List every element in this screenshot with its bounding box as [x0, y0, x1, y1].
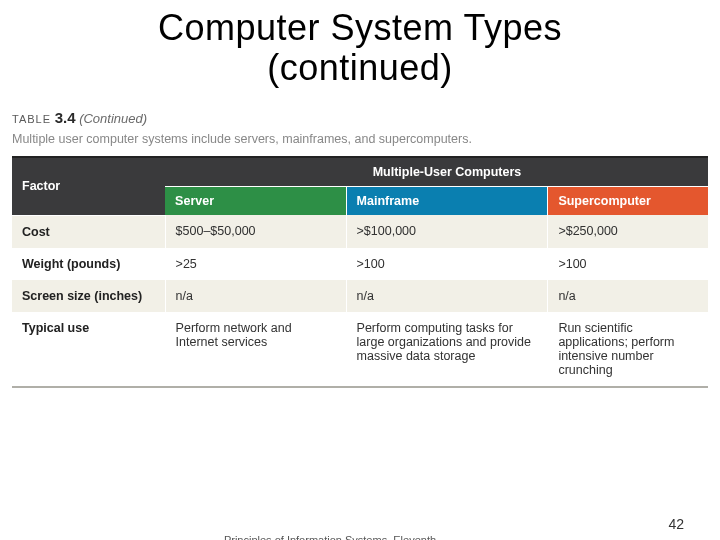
header-blank-2 — [548, 157, 708, 187]
table-label: TABLE 3.4 (Continued) — [12, 109, 708, 126]
table-row: Cost $500–$50,000 >$100,000 >$250,000 — [12, 215, 708, 248]
row-cell: n/a — [165, 280, 346, 312]
title-line-1: Computer System Types — [158, 7, 562, 48]
row-factor: Weight (pounds) — [12, 248, 165, 280]
table-continued: (Continued) — [79, 111, 147, 126]
row-factor: Screen size (inches) — [12, 280, 165, 312]
slide-title: Computer System Types (continued) — [0, 8, 720, 87]
table-row: Typical use Perform network and Internet… — [12, 312, 708, 387]
header-factor: Factor — [12, 157, 165, 215]
table-word: TABLE — [12, 113, 51, 125]
title-line-2: (continued) — [267, 47, 453, 88]
table-row: Weight (pounds) >25 >100 >100 — [12, 248, 708, 280]
row-cell: >$250,000 — [548, 215, 708, 248]
row-cell: n/a — [548, 280, 708, 312]
row-cell: n/a — [346, 280, 548, 312]
row-cell: $500–$50,000 — [165, 215, 346, 248]
header-group: Multiple-User Computers — [346, 157, 548, 187]
footer-source: Principles of Information Systems, Eleve… — [200, 534, 460, 540]
header-blank — [165, 157, 346, 187]
table-row: Screen size (inches) n/a n/a n/a — [12, 280, 708, 312]
row-cell: >$100,000 — [346, 215, 548, 248]
table-container: TABLE 3.4 (Continued) Multiple user comp… — [12, 109, 708, 388]
row-cell: >100 — [346, 248, 548, 280]
slide: Computer System Types (continued) TABLE … — [0, 0, 720, 540]
header-supercomputer: Supercomputer — [548, 187, 708, 216]
table-caption: Multiple user computer systems include s… — [12, 132, 708, 146]
footer-source-line1: Principles of Information Systems, Eleve… — [224, 534, 436, 540]
row-cell: Perform network and Internet services — [165, 312, 346, 387]
row-factor: Cost — [12, 215, 165, 248]
row-cell: Run scientific applications; perform int… — [548, 312, 708, 387]
header-mainframe: Mainframe — [346, 187, 548, 216]
row-cell: Perform computing tasks for large organi… — [346, 312, 548, 387]
page-number: 42 — [668, 516, 684, 532]
header-server: Server — [165, 187, 346, 216]
row-cell: >100 — [548, 248, 708, 280]
row-factor: Typical use — [12, 312, 165, 387]
table-number: 3.4 — [55, 109, 76, 126]
row-cell: >25 — [165, 248, 346, 280]
comparison-table: Factor Multiple-User Computers Server Ma… — [12, 156, 708, 388]
